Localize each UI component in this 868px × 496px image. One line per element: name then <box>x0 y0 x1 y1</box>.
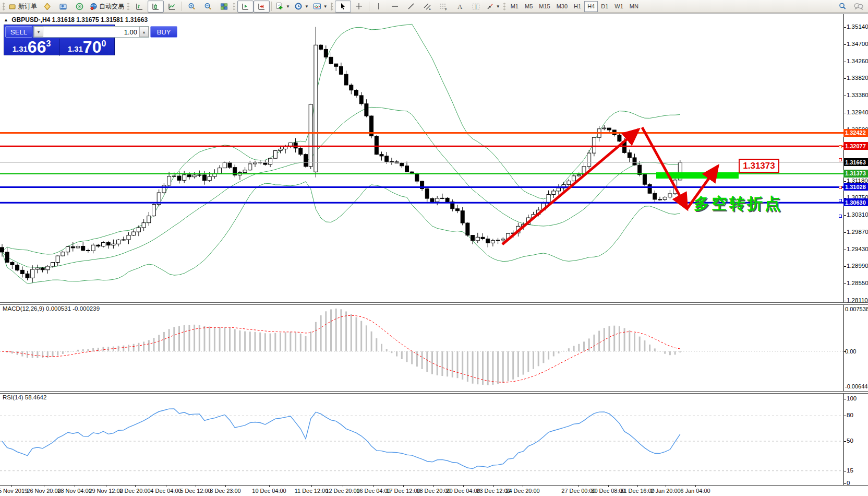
macd-value: 0.000531 <box>46 305 71 312</box>
macd-pane-separator[interactable] <box>0 302 868 305</box>
time-axis-label: 10 Dec 04:00 <box>252 488 286 494</box>
tab-timeframe-h1[interactable]: H1 <box>571 1 584 12</box>
line-chart-icon <box>168 3 176 10</box>
horizontal-line-tool-button[interactable] <box>387 1 403 13</box>
crosshair-icon <box>355 3 363 10</box>
line-chart-button[interactable] <box>164 1 180 13</box>
rsi-axis-tickmark <box>843 399 846 399</box>
zoom-out-button[interactable] <box>200 1 216 13</box>
fibonacci-tool-button[interactable]: F <box>436 1 452 13</box>
rsi-axis-tickmark <box>843 471 846 471</box>
macd-axis-label: -0.006446 <box>845 383 868 389</box>
tab-timeframe-d1[interactable]: D1 <box>598 1 611 12</box>
time-axis-tickmark <box>608 485 609 487</box>
direction-up-icon: ▲ <box>4 17 8 22</box>
y-axis-tickmark <box>843 113 846 113</box>
vertical-line-icon <box>376 3 382 10</box>
new-order-icon <box>9 3 17 10</box>
vertical-line-tool-button[interactable] <box>371 1 387 13</box>
chat-button[interactable] <box>850 1 866 13</box>
y-axis-tick-label: 1.29430 <box>847 246 868 252</box>
new-order-button[interactable]: 新订单 <box>7 1 39 13</box>
zoom-in-button[interactable] <box>184 1 200 13</box>
y-axis-tick-label: 1.28990 <box>847 263 868 269</box>
buy-price[interactable]: 1.31 70 0 <box>59 39 114 56</box>
rsi-axis-tickmark <box>843 441 846 442</box>
horizontal-line-icon <box>391 3 399 10</box>
sell-price[interactable]: 1.31 66 3 <box>4 39 59 56</box>
cursor-icon <box>339 3 346 10</box>
channel-tool-button[interactable]: E <box>419 1 436 13</box>
volume-input[interactable] <box>43 27 139 37</box>
chart-canvas[interactable] <box>0 14 868 496</box>
buy-price-main: 70 <box>83 39 102 55</box>
level-price-tag: 1.30630 <box>843 198 868 206</box>
price-annotation-box[interactable]: 1.31373 <box>739 159 779 173</box>
buy-button[interactable]: BUY <box>150 26 177 38</box>
rsi-axis-tick-label: 15 <box>847 467 853 474</box>
periods-button[interactable]: ▼ <box>292 1 311 13</box>
auto-scroll-button[interactable] <box>254 1 270 13</box>
y-axis-tick-label: 1.33820 <box>847 75 868 81</box>
svg-text:E: E <box>429 7 431 10</box>
time-axis-label: 25 Nov 2019 <box>0 488 28 494</box>
time-axis-tickmark <box>343 485 343 487</box>
time-axis-label: 24 Dec 20:00 <box>505 488 539 494</box>
y-axis-tickmark <box>843 215 846 216</box>
data-window-button[interactable] <box>55 1 71 13</box>
volume-decrease-button[interactable]: ▼ <box>34 27 43 37</box>
y-axis-tickmark <box>843 250 846 250</box>
rsi-pane-separator[interactable] <box>0 391 868 394</box>
time-axis-label: 26 Nov 20:00 <box>27 488 61 494</box>
label-tool-button[interactable]: T <box>468 1 484 13</box>
bar-chart-icon <box>136 3 143 10</box>
navigator-button[interactable] <box>71 1 88 13</box>
tile-windows-button[interactable] <box>216 1 232 13</box>
candlestick-chart-button[interactable] <box>148 1 164 13</box>
toolbar-grip <box>3 3 5 10</box>
autotrading-button[interactable]: 自动交易 <box>88 1 126 13</box>
buy-price-pip: 0 <box>101 39 106 49</box>
tab-timeframe-m15[interactable]: M15 <box>536 1 553 12</box>
label-icon: T <box>472 3 480 10</box>
rsi-axis-tickmark <box>843 416 846 416</box>
level-endpoint-marker <box>839 186 842 189</box>
tab-timeframe-m5[interactable]: M5 <box>522 1 536 12</box>
tile-windows-icon <box>220 3 228 10</box>
symbol-ohlc-text: GBPUSD-,H4 1.31618 1.31675 1.31581 1.316… <box>11 16 148 23</box>
time-axis-tickmark <box>523 485 523 487</box>
arrows-tool-button[interactable]: ▼ <box>484 1 502 13</box>
text-tool-button[interactable]: A <box>452 1 468 13</box>
chart-shift-button[interactable] <box>237 1 254 13</box>
market-watch-button[interactable] <box>39 1 55 13</box>
time-axis-tickmark <box>166 485 166 487</box>
y-axis-tickmark <box>843 284 846 284</box>
svg-text:A: A <box>457 3 463 10</box>
time-axis-label: 17 Dec 12:00 <box>386 488 420 494</box>
tab-timeframe-mn[interactable]: MN <box>626 1 642 12</box>
tab-timeframe-h4[interactable]: H4 <box>584 1 598 12</box>
time-axis-tickmark <box>106 485 106 487</box>
chat-icon <box>854 3 863 10</box>
crosshair-tool-button[interactable] <box>351 1 367 13</box>
trendline-tool-button[interactable] <box>403 1 419 13</box>
time-axis-label: 4 Dec 04:00 <box>150 488 181 494</box>
tab-timeframe-m30[interactable]: M30 <box>553 1 571 12</box>
volume-increase-button[interactable]: ▲ <box>139 27 149 37</box>
indicators-button[interactable]: ▼ <box>273 1 292 13</box>
time-axis-label: 6 Jan 04:00 <box>680 488 710 494</box>
toolbar-separator <box>369 2 369 11</box>
tab-timeframe-w1[interactable]: W1 <box>611 1 626 12</box>
volume-control: ▼ ▲ <box>33 26 149 38</box>
y-axis-tick-label: 1.29870 <box>847 229 868 235</box>
sell-button[interactable]: SELL <box>5 26 32 38</box>
bar-chart-button[interactable] <box>131 1 148 13</box>
y-axis-tick-label: 1.28550 <box>847 280 868 286</box>
cursor-tool-button[interactable] <box>335 1 351 13</box>
current-price-tag: 1.31663 <box>843 158 868 166</box>
tab-timeframe-m1[interactable]: M1 <box>508 1 522 12</box>
y-axis-tickmark <box>843 266 846 267</box>
search-button[interactable] <box>834 1 850 13</box>
templates-button[interactable]: ▼ <box>311 1 330 13</box>
candlestick-chart-icon <box>152 3 160 10</box>
